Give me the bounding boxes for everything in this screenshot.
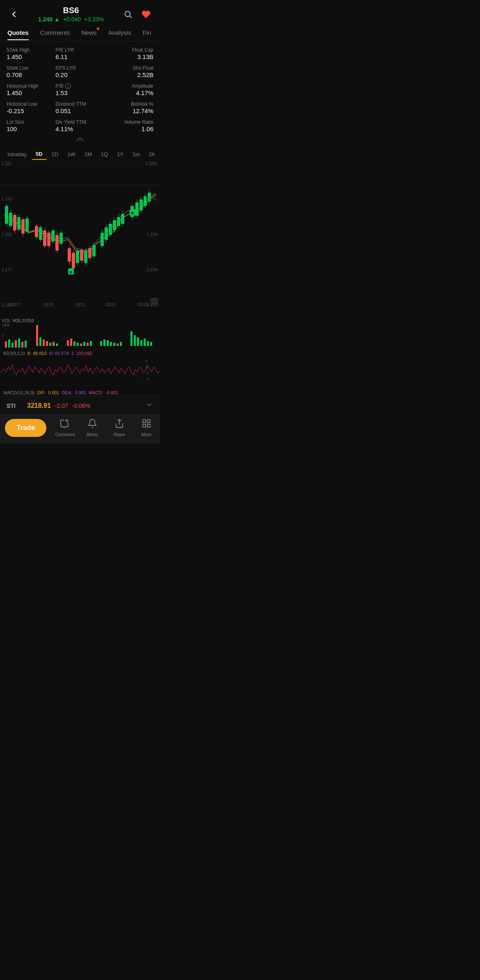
- kdj-d-label: D:: [49, 351, 54, 356]
- svg-text:03/23: 03/23: [137, 302, 148, 307]
- svg-rect-136: [147, 420, 150, 423]
- svg-rect-119: [137, 337, 139, 346]
- macd-title: MACD(12,26,9): [3, 390, 34, 395]
- news-dot: [97, 27, 99, 30]
- kdj-k-label: K:: [27, 351, 32, 356]
- sti-bar[interactable]: STI 3218.91 -2.07 -0.06%: [0, 396, 160, 415]
- svg-rect-102: [67, 340, 69, 346]
- comment-icon: [60, 418, 70, 431]
- nav-share[interactable]: Share: [106, 418, 133, 437]
- stat-52wk-high: 52wk High 1.450: [7, 45, 55, 63]
- candlestick-chart[interactable]: 1.261 1.233 1.205 1.177 1.149 3.38% 1.08…: [0, 161, 160, 317]
- tab-quotes[interactable]: Quotes: [2, 25, 34, 40]
- volume-value: VOL:0.010: [12, 318, 34, 323]
- svg-rect-92: [18, 339, 20, 348]
- svg-text:0: 0: [146, 365, 148, 369]
- period-intraday[interactable]: Intraday: [3, 149, 31, 159]
- svg-rect-95: [36, 325, 38, 346]
- svg-text:B: B: [131, 211, 134, 215]
- period-1y[interactable]: 1Y: [113, 149, 128, 159]
- volume-chart: VOL VOL:0.010 14M 7: [0, 317, 160, 350]
- stat-amplitude: Amplitude 4.17%: [105, 81, 153, 99]
- stats-grid: 52wk High 1.450 P/E LYR 6.11 Float Cap 3…: [0, 41, 160, 135]
- svg-rect-89: [8, 339, 10, 348]
- svg-rect-114: [113, 343, 115, 346]
- stat-shs-float: Shs Float 2.52B: [105, 63, 153, 81]
- search-button[interactable]: [121, 7, 135, 22]
- nav-share-label: Share: [113, 432, 125, 437]
- period-1q[interactable]: 1Q: [97, 149, 112, 159]
- period-5d[interactable]: 5D: [32, 149, 47, 160]
- svg-rect-103: [70, 339, 72, 346]
- svg-rect-135: [143, 420, 146, 423]
- stat-pb: P/B i 1.53: [55, 81, 104, 99]
- svg-rect-137: [143, 424, 146, 427]
- period-1m[interactable]: 1M: [80, 149, 96, 159]
- svg-text:03/17: 03/17: [11, 302, 21, 307]
- stock-price: 1.240 ▲: [38, 16, 60, 23]
- macd-val-value: -0.001: [105, 390, 118, 395]
- nav-alerts[interactable]: Alerts: [79, 418, 106, 437]
- svg-rect-91: [15, 340, 17, 348]
- sti-change: -2.07: [55, 402, 68, 409]
- tab-menu-button[interactable]: [157, 24, 160, 41]
- stat-bid-ask: Bid/Ask % 12.74%: [105, 99, 153, 117]
- trade-button[interactable]: Trade: [5, 419, 46, 437]
- stat-div-ttm: Dividend TTM 0.051: [55, 99, 104, 117]
- tab-news[interactable]: News: [75, 25, 103, 40]
- svg-rect-101: [56, 343, 58, 346]
- stat-lot-size: Lot Size 100: [7, 117, 55, 135]
- svg-rect-93: [21, 342, 23, 348]
- kdj-indicator: KDJ(9,3,3) K: 88.810 D: 81.674 J: 103.08…: [0, 350, 160, 357]
- svg-rect-110: [100, 341, 102, 346]
- chart-expand-button[interactable]: [150, 298, 158, 306]
- svg-text:03/21: 03/21: [75, 302, 85, 307]
- period-tab-bar: Intraday 5D 1D 1W 1M 1Q 1Y 1m 2h: [0, 146, 160, 161]
- svg-rect-113: [110, 342, 112, 346]
- nav-comment-label: Comment: [55, 432, 75, 437]
- stat-float-cap: Float Cap 3.13B: [105, 45, 153, 63]
- price-pct: +3.33%: [84, 16, 104, 23]
- svg-rect-98: [46, 341, 48, 346]
- nav-more[interactable]: More: [133, 418, 160, 437]
- back-button[interactable]: [7, 7, 21, 22]
- period-1d[interactable]: 1D: [48, 149, 63, 159]
- tab-comments[interactable]: Comments: [34, 25, 76, 40]
- stock-title: BS6: [21, 6, 121, 15]
- svg-rect-107: [83, 342, 85, 346]
- sti-chevron-icon: [145, 400, 153, 411]
- kdj-d-value: 81.674: [55, 351, 69, 356]
- period-2h[interactable]: 2h: [145, 149, 159, 159]
- svg-rect-121: [144, 339, 146, 346]
- macd-dif-value: 0.001: [48, 390, 59, 395]
- kdj-j-value: 103.082: [76, 351, 92, 356]
- svg-rect-112: [107, 340, 109, 346]
- svg-line-1: [130, 16, 131, 18]
- tab-fin[interactable]: Fin: [137, 25, 157, 40]
- nav-alerts-label: Alerts: [87, 432, 98, 437]
- pb-info-icon[interactable]: i: [65, 83, 71, 89]
- svg-rect-138: [147, 424, 150, 427]
- favorite-button[interactable]: [139, 7, 153, 22]
- svg-rect-104: [73, 341, 75, 346]
- svg-rect-109: [90, 341, 92, 346]
- macd-dea-value: 0.001: [75, 390, 86, 395]
- svg-rect-94: [25, 341, 27, 348]
- collapse-button[interactable]: [0, 135, 160, 146]
- svg-rect-99: [49, 343, 51, 346]
- bottom-navigation: Trade Comment Alerts Sh: [0, 415, 160, 443]
- kdj-chart: 0 0 -0 -0: [0, 357, 160, 389]
- stat-pe-lyr: P/E LYR 6.11: [55, 45, 104, 63]
- svg-rect-105: [77, 343, 79, 346]
- svg-rect-96: [39, 337, 41, 346]
- kdj-svg: 0 0 -0 -0: [0, 357, 160, 389]
- period-1min[interactable]: 1m: [128, 149, 144, 159]
- nav-comment[interactable]: Comment: [51, 418, 78, 437]
- svg-text:B: B: [70, 269, 73, 274]
- period-1w[interactable]: 1W: [63, 149, 80, 159]
- tab-analysis[interactable]: Analysis: [103, 25, 137, 40]
- svg-text:03/20: 03/20: [43, 302, 53, 307]
- stat-div-yield: Div Yield TTM 4.11%: [55, 117, 104, 135]
- svg-rect-88: [5, 341, 7, 348]
- svg-rect-123: [150, 342, 152, 346]
